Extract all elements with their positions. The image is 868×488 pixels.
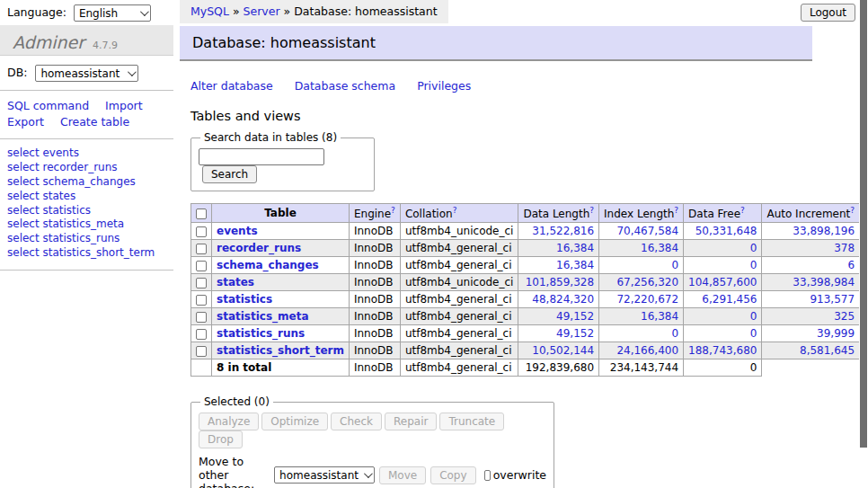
auto-increment-link[interactable]: 33,398,984 — [793, 276, 855, 288]
table-link[interactable]: statistics_meta — [217, 310, 309, 323]
auto-increment-link[interactable]: 33,898,196 — [793, 225, 855, 237]
data-length-link[interactable]: 16,384 — [556, 242, 594, 254]
database-schema-link[interactable]: Database schema — [295, 79, 395, 93]
sidebar-table-recorder-runs[interactable]: recorder_runs — [42, 161, 117, 173]
row-checkbox[interactable] — [196, 278, 207, 288]
index-length-link[interactable]: 24,166,400 — [616, 344, 678, 357]
help-link[interactable]: ? — [589, 206, 594, 215]
privileges-link[interactable]: Privileges — [417, 79, 471, 93]
alter-database-link[interactable]: Alter database — [190, 79, 273, 93]
sidebar-table-statistics-short-term[interactable]: statistics_short_term — [42, 246, 155, 259]
select-all-checkbox[interactable] — [196, 209, 207, 219]
select-link[interactable]: select — [7, 161, 40, 173]
row-checkbox[interactable] — [196, 346, 207, 357]
auto-increment-link[interactable]: 39,999 — [817, 327, 855, 340]
move-database-select[interactable]: homeassistant — [274, 466, 375, 484]
data-free-link[interactable]: 0 — [750, 327, 757, 340]
overwrite-checkbox[interactable] — [484, 470, 491, 481]
repair-button[interactable]: Repair — [385, 413, 437, 430]
data-length-link[interactable]: 16,384 — [556, 259, 594, 271]
row-checkbox[interactable] — [196, 312, 207, 323]
data-length-link[interactable]: 49,152 — [556, 310, 594, 323]
table-link[interactable]: statistics — [217, 293, 272, 306]
help-link[interactable]: ? — [453, 206, 457, 215]
sidebar-link-export[interactable]: Export — [7, 115, 44, 129]
data-length-link[interactable]: 49,152 — [556, 327, 594, 340]
column-header-label: Index Length — [604, 208, 674, 220]
move-label: Move to other database: — [199, 455, 269, 488]
auto-increment-link[interactable]: 378 — [834, 242, 855, 254]
index-length-link[interactable]: 0 — [671, 327, 678, 340]
analyze-button[interactable]: Analyze — [199, 413, 259, 430]
auto-increment-link[interactable]: 8,581,645 — [800, 344, 855, 357]
table-link[interactable]: statistics_runs — [217, 327, 305, 340]
select-link[interactable]: select — [7, 246, 40, 259]
optimize-button[interactable]: Optimize — [261, 413, 328, 430]
sidebar-table-events[interactable]: events — [42, 146, 78, 159]
language-select[interactable]: English — [74, 4, 151, 22]
sidebar-link-create-table[interactable]: Create table — [60, 115, 129, 129]
sidebar-table-statistics-meta[interactable]: statistics_meta — [42, 217, 124, 230]
data-free-link[interactable]: 0 — [750, 259, 757, 271]
copy-button[interactable]: Copy — [430, 466, 475, 484]
table-link[interactable]: statistics_short_term — [217, 344, 344, 357]
data-free-link[interactable]: 0 — [750, 310, 757, 323]
sidebar-link-sql-command[interactable]: SQL command — [7, 99, 89, 112]
move-button[interactable]: Move — [379, 466, 426, 484]
data-length-link[interactable]: 48,824,320 — [532, 293, 594, 306]
check-button[interactable]: Check — [331, 413, 382, 430]
logout-button[interactable]: Logout — [801, 4, 855, 22]
vertical-scrollbar[interactable] — [859, 0, 868, 488]
sidebar-table-statistics[interactable]: statistics — [42, 204, 91, 217]
sidebar-table-statistics-runs[interactable]: statistics_runs — [42, 232, 120, 244]
data-length-link[interactable]: 31,522,816 — [532, 225, 594, 237]
select-link[interactable]: select — [7, 232, 40, 244]
sidebar-link-import[interactable]: Import — [105, 99, 143, 112]
auto-increment-link[interactable]: 913,577 — [810, 293, 855, 306]
help-link[interactable]: ? — [850, 206, 855, 215]
drop-button[interactable]: Drop — [199, 430, 243, 448]
sidebar-table-schema-changes[interactable]: schema_changes — [42, 175, 135, 188]
help-link[interactable]: ? — [674, 206, 678, 215]
help-link[interactable]: ? — [740, 206, 745, 215]
select-link[interactable]: select — [7, 204, 40, 217]
row-checkbox[interactable] — [196, 261, 207, 271]
select-link[interactable]: select — [7, 190, 40, 202]
index-length-link[interactable]: 16,384 — [641, 310, 678, 323]
truncate-button[interactable]: Truncate — [439, 413, 504, 430]
data-free-link[interactable]: 104,857,600 — [688, 276, 757, 288]
auto-increment-link[interactable]: 325 — [834, 310, 855, 323]
row-checkbox[interactable] — [196, 295, 207, 306]
data-free-link[interactable]: 6,291,456 — [702, 293, 757, 306]
index-length-link[interactable]: 70,467,584 — [616, 225, 678, 237]
index-length-link[interactable]: 16,384 — [641, 242, 678, 254]
select-link[interactable]: select — [7, 175, 40, 188]
select-link[interactable]: select — [7, 146, 40, 159]
index-length-link[interactable]: 72,220,672 — [616, 293, 678, 306]
index-length-link[interactable]: 67,256,320 — [616, 276, 678, 288]
search-button[interactable]: Search — [202, 165, 257, 183]
table-link[interactable]: events — [217, 225, 258, 237]
data-length-link[interactable]: 10,502,144 — [532, 344, 594, 357]
breadcrumb-server[interactable]: Server — [244, 4, 280, 18]
search-input[interactable] — [199, 148, 324, 165]
table-link[interactable]: recorder_runs — [217, 242, 301, 254]
data-free-link[interactable]: 0 — [750, 242, 757, 254]
scrollbar-thumb[interactable] — [860, 0, 867, 448]
data-length-link[interactable]: 101,859,328 — [526, 276, 594, 288]
table-link[interactable]: schema_changes — [217, 259, 319, 271]
db-select[interactable]: homeassistant — [35, 65, 138, 82]
row-checkbox[interactable] — [196, 329, 207, 340]
data-free-link[interactable]: 50,331,648 — [695, 225, 757, 237]
help-link[interactable]: ? — [391, 206, 395, 215]
row-checkbox[interactable] — [196, 226, 207, 237]
table-link[interactable]: states — [217, 276, 254, 288]
breadcrumb-mysql[interactable]: MySQL — [190, 4, 229, 18]
index-length-link[interactable]: 0 — [671, 259, 678, 271]
auto-increment-link[interactable]: 6 — [847, 259, 855, 271]
app-title[interactable]: Adminer — [13, 32, 84, 52]
row-checkbox[interactable] — [196, 244, 207, 254]
sidebar-table-states[interactable]: states — [42, 190, 75, 202]
select-link[interactable]: select — [7, 217, 40, 230]
data-free-link[interactable]: 188,743,680 — [688, 344, 757, 357]
